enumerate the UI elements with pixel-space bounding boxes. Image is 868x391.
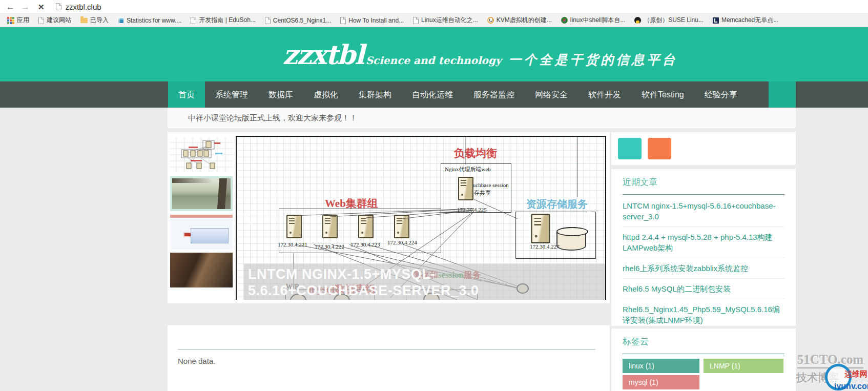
article-link[interactable]: Rhel6.5 MySQL的二进制包安装 xyxy=(623,284,731,293)
article-row: rhel6上系列系统安装zabblix系统监控 xyxy=(623,258,784,279)
nav-item-dev[interactable]: 软件开发 xyxy=(578,81,631,108)
thumb-login-logo xyxy=(183,232,194,237)
page-body: 中祥小课堂论坛版正式上线，欢迎大家来参观！！ xyxy=(0,108,868,391)
tag-cloud-panel: 标签云 linux (1) LNMP (1) mysql (1) xyxy=(611,328,796,391)
site-logo[interactable]: zzxtbl Science and technology 一个全是干货的信息平… xyxy=(282,39,677,70)
article-link[interactable]: rhel6上系列系统安装zabblix系统监控 xyxy=(623,264,748,273)
bookmark-apps[interactable]: 应用 xyxy=(4,14,32,27)
page-favicon xyxy=(56,3,61,10)
nav-item-automation[interactable]: 自动化运维 xyxy=(402,81,463,108)
indicator-teal-square[interactable] xyxy=(618,138,642,159)
empty-state-text: None data. xyxy=(178,357,610,365)
bookmark-item[interactable]: linux中shell脚本自... xyxy=(558,14,628,27)
nav-search-toggle[interactable] xyxy=(769,81,796,108)
carousel-caption[interactable]: LNTCM NGINX-1.5+MYSQL-5.6.16+COUCHBASE-S… xyxy=(248,266,550,299)
article-link[interactable]: httpd 2.4.4 + mysql-5.5.28 + php-5.4.13构… xyxy=(623,233,773,252)
watermark-yunwei-text: 运维网 xyxy=(844,369,867,379)
article-link[interactable]: LNTCM nginx-1.5+mysql-5.6.16+couchbase-s… xyxy=(623,201,775,221)
stop-icon[interactable]: ✕ xyxy=(38,0,45,14)
nav-item-cluster[interactable]: 集群架构 xyxy=(348,81,402,108)
apps-grid-icon xyxy=(7,17,9,19)
watermark-51cto: 51CTO.com 技术博客 运维网 iyunv.com xyxy=(795,351,868,391)
bookmark-item[interactable]: CentOS6.5_Nginx1... xyxy=(262,14,334,27)
nav-item-testing[interactable]: 软件Testing xyxy=(631,81,694,108)
bookmark-item[interactable]: Statistics for www.... xyxy=(115,14,184,27)
bookmark-item[interactable]: 建议网站 xyxy=(35,14,74,27)
announcement-bar: 中祥小课堂论坛版正式上线，欢迎大家来参观！！ xyxy=(168,108,796,128)
watermark-iyunv-text: iyunv.com xyxy=(834,382,868,391)
article-row: LNTCM nginx-1.5+mysql-5.6.16+couchbase-s… xyxy=(623,196,784,227)
bookmark-item[interactable]: KVM虚拟机的创建... xyxy=(484,14,555,27)
stats-favicon xyxy=(118,17,124,24)
bookmark-folder[interactable]: 已导入 xyxy=(77,14,112,27)
tag-linux[interactable]: linux (1) xyxy=(623,359,699,373)
carousel-prev-icon[interactable]: ‹ xyxy=(243,198,254,231)
carousel-thumb-bridge[interactable] xyxy=(170,253,233,287)
indicator-orange-square[interactable] xyxy=(648,138,671,159)
bookmark-item[interactable]: Memcached无单点... xyxy=(710,14,781,27)
carousel-thumb-diagram[interactable] xyxy=(170,137,233,172)
article-list: LNTCM nginx-1.5+mysql-5.6.16+couchbase-s… xyxy=(623,196,784,330)
bookmark-item[interactable]: How To Install and... xyxy=(337,14,407,27)
nav-item-monitoring[interactable]: 服务器监控 xyxy=(463,81,525,108)
divider xyxy=(623,354,784,354)
content-section-empty: None data. xyxy=(168,325,610,391)
carousel-slide-diagram[interactable]: 负载均衡 Nginx代理后端web Couchbase session 缓存共享… xyxy=(236,136,606,300)
thumb-diagram-art xyxy=(170,137,233,172)
logo-wordmark: zzxtbl xyxy=(282,39,363,70)
back-icon[interactable]: ← xyxy=(6,0,15,14)
nav-item-system[interactable]: 系统管理 xyxy=(205,81,258,108)
bookmarks-bar: 应用 建议网站 已导入 Statistics for www.... 开发指南 … xyxy=(0,14,868,27)
carousel-thumb-landscape[interactable] xyxy=(170,176,233,211)
nav-item-experience[interactable]: 经验分享 xyxy=(694,81,748,108)
main-nav: 首页 系统管理 数据库 虚拟化 集群架构 自动化运维 服务器监控 网络安全 软件… xyxy=(0,81,868,108)
folder-icon xyxy=(80,18,88,23)
tag-cloud-title: 标签云 xyxy=(611,328,796,347)
address-bar[interactable]: zzxtbl.club xyxy=(66,3,101,11)
kvm-favicon xyxy=(487,17,494,24)
tag-mysql[interactable]: mysql (1) xyxy=(623,375,699,389)
carousel-next-icon[interactable]: › xyxy=(585,198,596,231)
memcached-favicon xyxy=(713,17,719,24)
carousel-thumb-login[interactable] xyxy=(170,215,233,250)
nav-item-virtualization[interactable]: 虚拟化 xyxy=(303,81,348,108)
penguin-favicon xyxy=(634,17,641,24)
bookmark-item[interactable]: 开发指南 | EduSoh... xyxy=(188,14,259,27)
divider xyxy=(623,194,784,195)
recent-articles-title: 近期文章 xyxy=(611,169,796,188)
browser-window: ← → ✕ zzxtbl.club 应用 建议网站 已导入 Statistics… xyxy=(0,0,868,391)
article-row: Rhel6.5 MySQL的二进制包安装 xyxy=(623,279,784,299)
divider xyxy=(178,349,595,349)
bookmark-item[interactable]: Linux运维自动化之... xyxy=(410,14,481,27)
carousel-indicator-box xyxy=(611,132,796,165)
logo-tagline: 一个全是干货的信息平台 xyxy=(509,51,678,68)
recent-articles-panel: 近期文章 LNTCM nginx-1.5+mysql-5.6.16+couchb… xyxy=(611,169,796,326)
bookmark-item[interactable]: （原创）SUSE Linu... xyxy=(631,14,707,27)
carousel: 负载均衡 Nginx代理后端web Couchbase session 缓存共享… xyxy=(168,132,610,303)
nav-item-home[interactable]: 首页 xyxy=(168,81,205,108)
page-icon xyxy=(265,17,271,24)
article-row: httpd 2.4.4 + mysql-5.5.28 + php-5.4.13构… xyxy=(623,227,784,258)
nav-item-security[interactable]: 网络安全 xyxy=(525,81,578,108)
shell-favicon xyxy=(561,17,568,24)
page-icon xyxy=(38,17,44,24)
article-link[interactable]: Rhel6.5_Nginx1.45_Php5.59_MySQL5.6.16编译安… xyxy=(623,305,780,324)
page-icon xyxy=(413,17,419,24)
nav-items: 首页 系统管理 数据库 虚拟化 集群架构 自动化运维 服务器监控 网络安全 软件… xyxy=(168,81,748,108)
tag-lnmp[interactable]: LNMP (1) xyxy=(704,359,783,373)
page-icon xyxy=(340,17,346,24)
article-row: Rhel6.5_Nginx1.45_Php5.59_MySQL5.6.16编译安… xyxy=(623,299,784,330)
logo-subtitle: Science and technology xyxy=(366,54,502,67)
page-icon xyxy=(191,17,196,24)
forward-icon[interactable]: → xyxy=(21,0,30,14)
nav-item-database[interactable]: 数据库 xyxy=(258,81,303,108)
site-header: zzxtbl Science and technology 一个全是干货的信息平… xyxy=(0,27,868,81)
browser-toolbar: ← → ✕ zzxtbl.club xyxy=(0,0,868,14)
